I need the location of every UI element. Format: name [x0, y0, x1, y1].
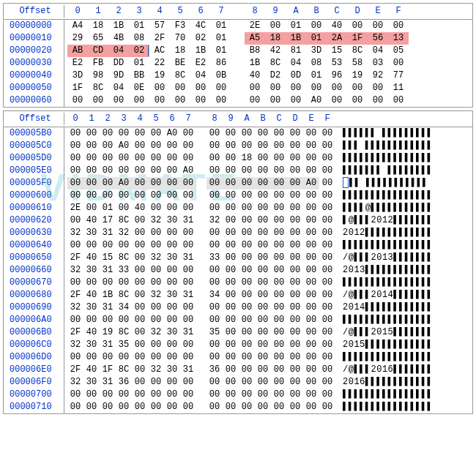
hex-byte[interactable]: 40	[327, 20, 347, 32]
hex-byte[interactable]: 00	[239, 301, 255, 314]
hex-byte[interactable]: 00	[287, 401, 303, 413]
hex-byte[interactable]: 31	[180, 214, 196, 227]
hex-byte[interactable]: 00	[271, 214, 287, 227]
hex-byte[interactable]: 00	[207, 239, 223, 252]
hex-byte[interactable]: 00	[100, 190, 116, 202]
hex-byte[interactable]: 00	[287, 376, 303, 389]
hex-byte[interactable]: 00	[148, 401, 164, 413]
hex-byte[interactable]: 00	[170, 94, 190, 107]
hex-row[interactable]: 00000020ABCD0402AC181B01B842813D158C0405	[4, 45, 472, 57]
hex-byte[interactable]: 00	[319, 339, 335, 351]
hex-byte[interactable]: 00	[88, 94, 108, 107]
hex-byte[interactable]: 00	[239, 190, 255, 202]
hex-byte[interactable]: 00	[319, 214, 335, 227]
hex-byte[interactable]: 00	[211, 82, 231, 94]
hex-byte[interactable]: 00	[223, 326, 239, 339]
hex-byte[interactable]: 31	[100, 264, 116, 277]
hex-byte[interactable]: 08	[306, 57, 327, 70]
hex-byte[interactable]: 40	[83, 289, 100, 301]
hex-row[interactable]: 00000000A4181B0157F34C012E00010040000000	[4, 20, 472, 32]
hex-byte[interactable]: 00	[287, 227, 303, 239]
hex-byte[interactable]: 30	[83, 301, 100, 314]
hex-byte[interactable]: 00	[347, 20, 368, 32]
hex-byte[interactable]: 00	[116, 351, 132, 364]
hex-byte[interactable]: 00	[83, 140, 100, 152]
hex-byte[interactable]: 00	[239, 364, 255, 376]
hex-byte[interactable]: 8C	[116, 289, 132, 301]
hex-byte[interactable]: 1B	[286, 32, 306, 45]
hex-byte[interactable]: 00	[287, 165, 303, 177]
hex-byte[interactable]: 00	[148, 152, 164, 165]
hex-byte[interactable]: 00	[132, 214, 148, 227]
hex-byte[interactable]: AB	[67, 45, 88, 57]
hex-byte[interactable]: 00	[303, 277, 319, 289]
hex-byte[interactable]: 00	[319, 264, 335, 277]
hex-byte[interactable]: 00	[164, 301, 180, 314]
hex-byte[interactable]: 00	[116, 165, 132, 177]
hex-byte[interactable]: 00	[207, 190, 223, 202]
hex-byte[interactable]: A0	[164, 127, 180, 140]
hex-byte[interactable]: BB	[129, 70, 149, 82]
hex-byte[interactable]: E2	[67, 57, 88, 70]
ascii-cell[interactable]: ▌▌ ▌▌▌▌▌▌▌▌▌▌▌	[343, 177, 434, 190]
hex-byte[interactable]: 00	[132, 389, 148, 401]
hex-byte[interactable]: 04	[108, 45, 129, 57]
hex-byte[interactable]: 00	[148, 177, 164, 190]
hex-byte[interactable]: 00	[303, 152, 319, 165]
hex-byte[interactable]: 1B	[100, 289, 116, 301]
hex-byte[interactable]: 8C	[347, 45, 368, 57]
hex-byte[interactable]: 00	[319, 376, 335, 389]
hex-byte[interactable]: 00	[100, 140, 116, 152]
hex-byte[interactable]: 00	[239, 277, 255, 289]
hex-row[interactable]: 000000501F8C040E000000000000000000000011	[4, 82, 472, 94]
hex-byte[interactable]: 00	[116, 202, 132, 214]
hex-byte[interactable]: 00	[180, 190, 196, 202]
hex-byte[interactable]: 18	[239, 152, 255, 165]
hex-byte[interactable]: 00	[180, 351, 196, 364]
hex-byte[interactable]: 00	[100, 277, 116, 289]
hex-byte[interactable]: 00	[255, 376, 271, 389]
hex-byte[interactable]: 00	[180, 202, 196, 214]
ascii-cell[interactable]: ▌▌▌▌▌▌▌▌▌▌▌▌▌▌▌▌	[343, 277, 433, 289]
hex-byte[interactable]: 00	[271, 252, 287, 264]
hex-byte[interactable]: 00	[287, 339, 303, 351]
hex-byte[interactable]: 13	[388, 32, 409, 45]
hex-byte[interactable]: 11	[388, 82, 409, 94]
hex-byte[interactable]: 53	[327, 57, 347, 70]
hex-byte[interactable]: 00	[148, 127, 164, 140]
hex-byte[interactable]: 00	[180, 401, 196, 413]
hex-byte[interactable]: 00	[271, 152, 287, 165]
hex-byte[interactable]: 00	[116, 277, 132, 289]
hex-byte[interactable]: 00	[132, 314, 148, 326]
hex-byte[interactable]: 00	[327, 82, 347, 94]
ascii-cell[interactable]: ▌▌▌▌▌▌▌ ▌▌▌▌▌▌▌▌	[343, 165, 433, 177]
hex-byte[interactable]: 00	[116, 152, 132, 165]
hex-byte[interactable]: 00	[319, 239, 335, 252]
hex-byte[interactable]: 00	[319, 277, 335, 289]
hex-byte[interactable]: 00	[265, 94, 286, 107]
ascii-cell[interactable]: ▌▌▌▌@▌▌▌▌▌▌▌▌▌▌▌	[343, 202, 433, 214]
hex-byte[interactable]: 00	[132, 264, 148, 277]
hex-byte[interactable]: 1B	[108, 20, 129, 32]
hex-byte[interactable]: 00	[132, 326, 148, 339]
hex-byte[interactable]: 00	[100, 239, 116, 252]
hex-byte[interactable]: 00	[287, 140, 303, 152]
hex-byte[interactable]: 00	[129, 94, 149, 107]
hex-byte[interactable]: 01	[129, 57, 149, 70]
hex-byte[interactable]: 00	[83, 152, 100, 165]
hex-byte[interactable]: 00	[116, 389, 132, 401]
hex-byte[interactable]: 00	[83, 177, 100, 190]
hex-byte[interactable]: 00	[223, 376, 239, 389]
hex-byte[interactable]: 19	[149, 70, 170, 82]
hex-byte[interactable]: 2E	[245, 20, 265, 32]
hex-byte[interactable]: 32	[67, 339, 83, 351]
hex-byte[interactable]: 00	[319, 389, 335, 401]
hex-byte[interactable]: 1F	[347, 32, 368, 45]
hex-byte[interactable]: 00	[223, 314, 239, 326]
hex-byte[interactable]: 19	[100, 326, 116, 339]
hex-row[interactable]: 000000600000000000000000000000A000000000	[4, 94, 472, 107]
hex-byte[interactable]: 00	[223, 214, 239, 227]
hex-byte[interactable]: 00	[271, 165, 287, 177]
hex-byte[interactable]: 00	[180, 301, 196, 314]
hex-byte[interactable]: 00	[255, 140, 271, 152]
